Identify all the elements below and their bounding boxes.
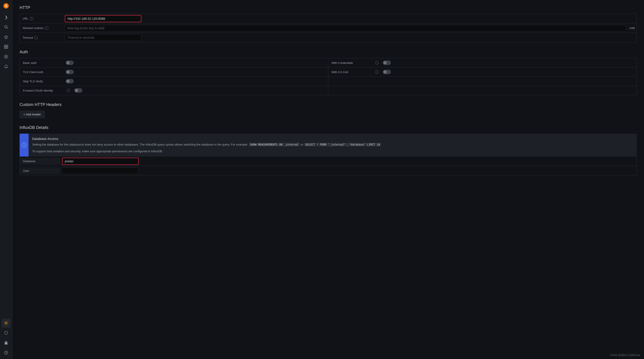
influxdb-info-stripe — [20, 134, 28, 157]
url-label: URL i — [20, 15, 65, 22]
headers-section: Custom HTTP Headers + Add header — [20, 102, 637, 118]
timeout-info-icon[interactable]: i — [34, 36, 38, 39]
auth-row-3: Skip TLS Verify — [20, 77, 636, 86]
basic-auth-cell: Basic auth — [20, 58, 328, 67]
tls-client-toggle[interactable] — [66, 70, 74, 74]
influxdb-info-text: Setting the database for this datasource… — [32, 142, 633, 147]
influxdb-section: InfluxDB Details Database Access Setting… — [20, 125, 637, 176]
timeout-label: Timeout i — [20, 34, 65, 41]
timeout-input[interactable] — [65, 34, 141, 41]
skip-tls-label: Skip TLS Verify — [23, 80, 64, 83]
influxdb-section-title: InfluxDB Details — [20, 125, 637, 130]
influxdb-code-2: SELECT * FROM "_internal".."database" LI… — [304, 143, 381, 146]
sidebar-bottom: ? — [2, 319, 10, 357]
sidebar-item-profile[interactable] — [2, 338, 10, 347]
svg-rect-7 — [6, 47, 8, 48]
sidebar: ❯ — [0, 0, 12, 359]
auth-section-title: Auth — [20, 50, 637, 54]
influxdb-form: Database User — [20, 157, 637, 176]
http-form-table: URL i Allowed cookies i Add — [20, 14, 637, 42]
auth-table: Basic auth With Credentials i TLS Client… — [20, 58, 637, 95]
database-field — [60, 157, 636, 166]
with-credentials-toggle[interactable] — [383, 60, 391, 65]
auth-section: Auth Basic auth With Credentials i TLS C… — [20, 50, 637, 95]
sidebar-item-shield[interactable] — [2, 329, 10, 338]
svg-rect-5 — [6, 45, 8, 46]
with-credentials-info-icon[interactable]: i — [375, 61, 379, 64]
influxdb-code-1: SHOW MEASUREMENTS ON _internal — [249, 143, 300, 146]
database-input[interactable] — [62, 158, 138, 165]
cookies-field: Add — [65, 24, 636, 32]
auth-cell-empty-2 — [328, 88, 636, 93]
auth-row-4: Forward OAuth Identity i — [20, 86, 636, 95]
sidebar-item-alerting[interactable] — [2, 62, 10, 71]
database-row: Database — [20, 157, 636, 166]
with-ca-cert-label: With CA Cert — [332, 70, 372, 74]
svg-line-2 — [7, 28, 8, 28]
svg-rect-4 — [4, 45, 6, 46]
forward-oauth-cell: Forward OAuth Identity i — [20, 86, 328, 95]
svg-text:?: ? — [6, 352, 7, 354]
url-input-wrap — [65, 15, 141, 22]
cookies-label: Allowed cookies i — [20, 24, 65, 32]
database-label: Database — [20, 158, 60, 165]
http-section-title: HTTP — [20, 5, 637, 10]
influxdb-info-title: Database Access — [32, 137, 633, 141]
cookies-input[interactable] — [65, 25, 626, 31]
cookies-info-icon[interactable]: i — [45, 26, 48, 30]
watermark: CSDN @测试工程师Jane — [610, 353, 640, 357]
url-info-icon[interactable]: i — [30, 17, 33, 20]
with-ca-cert-cell: With CA Cert i — [328, 67, 636, 76]
tls-client-cell: TLS Client Auth — [20, 67, 328, 76]
app-logo[interactable] — [2, 2, 10, 10]
influxdb-info-text2: To support data isolation and security, … — [32, 149, 633, 154]
timeout-row: Timeout i — [20, 33, 636, 42]
influxdb-info-box: Database Access Setting the database for… — [20, 134, 637, 157]
sidebar-item-help[interactable]: ? — [2, 348, 10, 357]
auth-row-1: Basic auth With Credentials i — [20, 58, 636, 67]
sidebar-item-starred[interactable] — [2, 32, 10, 41]
with-ca-cert-info-icon[interactable]: i — [375, 70, 379, 74]
sidebar-item-dashboards[interactable] — [2, 42, 10, 51]
skip-tls-toggle[interactable] — [66, 79, 74, 83]
svg-point-10 — [6, 323, 7, 324]
svg-point-9 — [6, 56, 7, 57]
skip-tls-cell: Skip TLS Verify — [20, 77, 328, 86]
allowed-cookies-row: Allowed cookies i Add — [20, 23, 636, 33]
http-section: HTTP URL i Allowed cookies i — [20, 5, 637, 42]
main-content: HTTP URL i Allowed cookies i — [12, 0, 644, 359]
basic-auth-toggle[interactable] — [66, 60, 74, 65]
user-row: User — [20, 166, 636, 175]
svg-rect-6 — [4, 47, 6, 48]
svg-point-8 — [4, 55, 8, 58]
cookies-add-button[interactable]: Add — [628, 25, 636, 30]
with-ca-cert-toggle[interactable] — [383, 70, 391, 74]
user-field — [60, 166, 636, 175]
forward-oauth-toggle[interactable] — [74, 88, 82, 93]
headers-section-title: Custom HTTP Headers — [20, 102, 637, 107]
with-credentials-cell: With Credentials i — [328, 58, 636, 67]
forward-oauth-info-icon[interactable]: i — [66, 89, 70, 92]
url-row: URL i — [20, 14, 636, 23]
url-field — [65, 14, 636, 23]
url-input[interactable] — [65, 15, 141, 22]
sidebar-item-config[interactable] — [2, 319, 10, 328]
auth-row-2: TLS Client Auth With CA Cert i — [20, 67, 636, 77]
sidebar-item-search[interactable] — [2, 22, 10, 31]
svg-point-12 — [6, 342, 7, 343]
user-label: User — [20, 167, 60, 174]
forward-oauth-label: Forward OAuth Identity — [23, 89, 64, 92]
with-credentials-label: With Credentials — [332, 61, 372, 64]
sidebar-item-explore[interactable] — [2, 52, 10, 61]
svg-point-17 — [24, 144, 24, 144]
influxdb-info-content: Database Access Setting the database for… — [28, 134, 637, 157]
tls-client-label: TLS Client Auth — [23, 70, 64, 74]
svg-marker-3 — [4, 35, 8, 39]
auth-cell-empty-1 — [328, 79, 636, 83]
timeout-field — [65, 33, 636, 42]
add-header-button[interactable]: + Add header — [20, 111, 45, 118]
svg-point-0 — [4, 3, 9, 8]
basic-auth-label: Basic auth — [23, 61, 64, 64]
sidebar-collapse-button[interactable]: ❯ — [2, 12, 10, 21]
user-input[interactable] — [62, 167, 138, 174]
